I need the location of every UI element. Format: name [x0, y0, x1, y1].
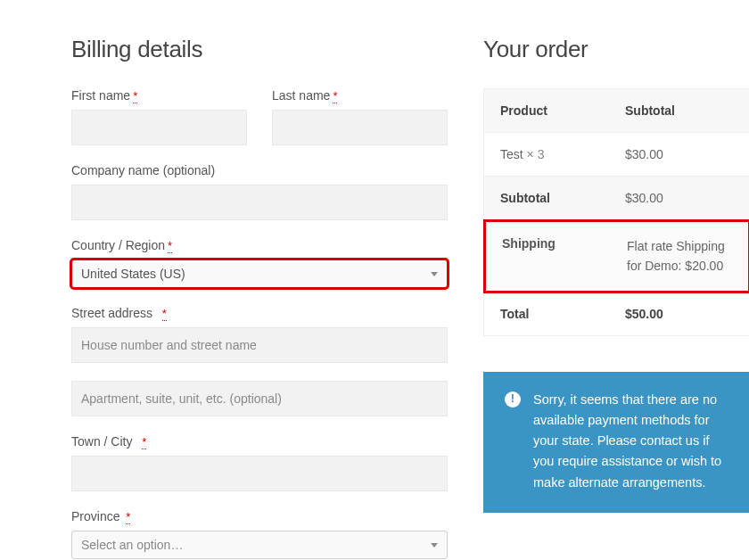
last-name-label: Last name*: [272, 88, 448, 103]
company-input[interactable]: [71, 185, 448, 220]
street2-input[interactable]: [71, 381, 448, 416]
province-select-value: Select an option…: [81, 538, 183, 552]
required-asterisk: *: [162, 307, 167, 321]
country-label: Country / Region*: [71, 238, 448, 252]
company-label: Company name (optional): [71, 163, 448, 177]
order-item-subtotal: $30.00: [625, 147, 734, 161]
province-label: Province *: [71, 509, 448, 523]
required-asterisk: *: [126, 510, 130, 524]
street1-input[interactable]: [71, 327, 448, 363]
order-total-label: Total: [500, 307, 625, 321]
payment-notice: ! Sorry, it seems that there are no avai…: [483, 372, 749, 513]
order-shipping-highlight: Shipping Flat rate Shipping for Demo: $2…: [483, 219, 749, 293]
order-item-name: Test × 3: [500, 147, 625, 161]
order-subtotal-label: Subtotal: [500, 191, 625, 205]
chevron-down-icon: [431, 272, 438, 276]
city-input[interactable]: [71, 456, 448, 491]
payment-notice-text: Sorry, it seems that there are no availa…: [533, 390, 729, 493]
country-select[interactable]: United States (US): [71, 259, 448, 288]
order-summary-table: Product Subtotal Test × 3 $30.00 Subtota…: [483, 88, 749, 336]
order-subtotal-row: Subtotal $30.00: [484, 177, 749, 220]
required-asterisk: *: [133, 89, 137, 103]
billing-heading: Billing details: [71, 36, 448, 63]
country-select-value: United States (US): [81, 267, 185, 281]
order-header-row: Product Subtotal: [484, 89, 749, 133]
order-subtotal-value: $30.00: [625, 191, 734, 205]
province-select[interactable]: Select an option…: [71, 531, 448, 559]
last-name-input[interactable]: [272, 110, 448, 145]
required-asterisk: *: [333, 89, 337, 103]
order-shipping-label: Shipping: [502, 236, 627, 276]
required-asterisk: *: [142, 435, 146, 449]
order-shipping-row: Shipping Flat rate Shipping for Demo: $2…: [486, 222, 748, 291]
chevron-down-icon: [431, 543, 438, 548]
city-label: Town / City *: [71, 434, 448, 449]
order-item-row: Test × 3 $30.00: [484, 133, 749, 177]
first-name-input[interactable]: [71, 110, 247, 145]
order-total-value: $50.00: [625, 307, 734, 321]
required-asterisk: *: [168, 239, 172, 253]
order-total-row: Total $50.00: [484, 292, 749, 335]
street-label: Street address *: [71, 306, 448, 320]
order-shipping-value: Flat rate Shipping for Demo: $20.00: [627, 236, 732, 276]
order-header-product: Product: [500, 103, 625, 118]
info-icon: !: [505, 391, 521, 408]
order-header-subtotal: Subtotal: [625, 103, 734, 118]
first-name-label: First name*: [71, 88, 247, 103]
order-heading: Your order: [483, 36, 749, 63]
